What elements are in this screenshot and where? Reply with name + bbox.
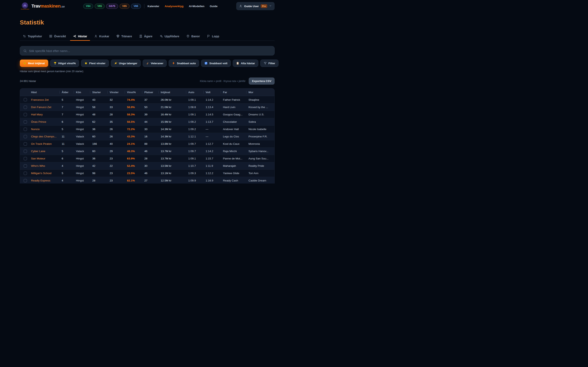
compare-checkbox[interactable] — [24, 150, 27, 153]
cell-winpct: 56.5% — [127, 120, 144, 123]
sort-arrows-icon — [23, 34, 26, 38]
badge-v65[interactable]: V65 — [95, 4, 104, 9]
compare-checkbox[interactable] — [24, 120, 27, 124]
cell-sire: Yankee Glide — [223, 172, 248, 175]
user-menu-button[interactable]: Guide User Pro — [236, 2, 275, 10]
column-header-vinster[interactable]: Vinster — [109, 91, 127, 94]
cell-volt: 1:11.9 — [205, 164, 223, 167]
horse-name-link[interactable]: On Track Piraten — [31, 142, 52, 145]
cell-sire: Hard Livin — [223, 106, 248, 109]
chip-mest-intj-nat[interactable]: $Mest intjänat — [20, 59, 48, 67]
column-header-mor[interactable]: Mor — [248, 91, 274, 94]
compare-checkbox[interactable] — [24, 98, 27, 101]
horse-name-link[interactable]: Hail Mary — [31, 113, 43, 116]
horse-name-link[interactable]: Who's Who — [31, 164, 45, 167]
compare-checkbox[interactable] — [24, 157, 27, 160]
compare-checkbox[interactable] — [24, 142, 27, 146]
tab-tr-nare[interactable]: Tränare — [113, 32, 135, 41]
table-row: Önas Prince6Hingst623556.5%4415.9M kr1:0… — [20, 118, 274, 125]
cell-sire: Maharajah — [223, 164, 248, 167]
tab-label: Banor — [191, 35, 200, 38]
column-header-starter[interactable]: Starter — [92, 91, 109, 94]
tab-label: Hästar — [78, 35, 87, 38]
chip-flest-vinster[interactable]: Flest vinster — [81, 59, 109, 67]
flag-icon — [207, 34, 210, 38]
horse-name-link[interactable]: Don Fanucci Zet — [31, 106, 51, 109]
compare-checkbox[interactable] — [24, 179, 27, 182]
cell-sex: Valack — [76, 150, 92, 153]
column-header-far[interactable]: Far — [223, 91, 248, 94]
cell-wins: 35 — [109, 120, 127, 123]
badge-v64[interactable]: V64 — [83, 4, 93, 9]
lightning-icon — [172, 62, 175, 65]
plan-badge: Pro — [261, 4, 267, 8]
column-header-auto[interactable]: Auto — [188, 91, 205, 94]
tab-lopp[interactable]: Lopp — [204, 32, 222, 41]
horse-name-link[interactable]: Nuncio — [31, 128, 40, 131]
cell-sire: Googoo Gaag... — [223, 113, 248, 116]
chip-snabbast-auto[interactable]: Snabbast auto — [169, 59, 199, 67]
nav-link-analysverktyg[interactable]: Analysverktyg — [164, 5, 183, 8]
horse-name-link[interactable]: Cyber Lane — [31, 150, 45, 153]
tab-uppf-dare[interactable]: Uppfödare — [156, 32, 182, 41]
column-header-vinst[interactable]: Vinst% — [127, 91, 144, 94]
cell-wins: 32 — [109, 98, 127, 101]
compare-checkbox[interactable] — [24, 172, 27, 175]
nav-link-kalender[interactable]: Kalender — [148, 5, 159, 8]
tab-h-star[interactable]: Hästar — [70, 32, 90, 41]
compare-checkbox[interactable] — [24, 106, 27, 109]
tab-kuskar[interactable]: Kuskar — [91, 32, 112, 41]
brand-logo[interactable]: TRAVMASKINEN Travmaskinen.se — [20, 2, 65, 10]
chip-snabbast-volt[interactable]: Snabbast volt — [201, 59, 231, 67]
column-header-lder[interactable]: Ålder — [61, 91, 76, 94]
cell-starts: 28 — [92, 179, 109, 182]
chip-label: Snabbast volt — [209, 62, 227, 65]
cell-winpct: 82.1% — [127, 179, 144, 182]
badge-v86[interactable]: V86 — [131, 4, 141, 9]
chip-label: Flest vinster — [89, 62, 105, 65]
search-input[interactable] — [29, 49, 271, 53]
column-header-h-st[interactable]: Häst — [31, 91, 61, 94]
tab-versikt[interactable]: Översikt — [46, 32, 69, 41]
horse-name-link[interactable]: Readly Express — [31, 179, 51, 182]
main-content: Statistik TopplistorÖversiktHästarKuskar… — [0, 19, 294, 184]
horse-name-link[interactable]: San Moteur — [31, 157, 45, 160]
tab-label: Översikt — [54, 35, 66, 38]
cell-earnings: 14.3M kr — [160, 135, 188, 138]
horse-name-link[interactable]: Francesco Zet — [31, 98, 49, 101]
horse-name-link[interactable]: Önas Prince — [31, 120, 46, 123]
chip-veteraner[interactable]: Veteraner — [143, 59, 167, 67]
column-header-platser[interactable]: Platser — [144, 91, 160, 94]
export-csv-button[interactable]: Exportera CSV — [249, 77, 275, 85]
cell-wins: 23 — [109, 172, 127, 175]
funnel-icon — [264, 62, 267, 65]
compare-checkbox[interactable] — [24, 113, 27, 116]
column-header-volt[interactable]: Volt — [205, 91, 223, 94]
compare-checkbox[interactable] — [24, 128, 27, 131]
badge-v85[interactable]: V85 — [120, 4, 130, 9]
chip-h-gst-vinst[interactable]: Högst vinst% — [50, 59, 79, 67]
chip-unga-talanger[interactable]: Unga talanger — [111, 59, 141, 67]
horse-name-link[interactable]: Milligan's School — [31, 172, 52, 175]
star-icon — [84, 62, 87, 65]
tab-banor[interactable]: Banor — [183, 32, 203, 41]
nav-link-ai-modellen[interactable]: AI-Modellen — [189, 5, 205, 8]
tab-gare[interactable]: Ägare — [136, 32, 155, 41]
compare-checkbox[interactable] — [24, 164, 27, 167]
compare-checkbox[interactable] — [24, 135, 27, 138]
chip-alla-h-star[interactable]: Alla hästar — [233, 59, 258, 67]
brand-wordmark: Travmaskinen.se — [31, 3, 65, 9]
horse-name-link[interactable]: Clegs des Champs... — [31, 135, 57, 138]
column-header-k-n[interactable]: Kön — [76, 91, 92, 94]
column-header-intj-nat[interactable]: Intjänat — [160, 91, 188, 94]
cell-age: 5 — [61, 128, 76, 131]
badge-gs75[interactable]: GS75 — [106, 4, 118, 9]
nav-link-guide[interactable]: Guide — [210, 5, 217, 8]
cell-earnings: 15.9M kr — [160, 120, 188, 123]
cell-volt: 1:15.7 — [205, 157, 223, 160]
tab-topplistor[interactable]: Topplistor — [20, 32, 45, 41]
cell-wins: 23 — [109, 179, 127, 182]
chip-filter[interactable]: Filter — [260, 59, 278, 67]
cell-sire: Father Patrick — [223, 98, 248, 101]
cell-winpct: 74.4% — [127, 98, 144, 101]
